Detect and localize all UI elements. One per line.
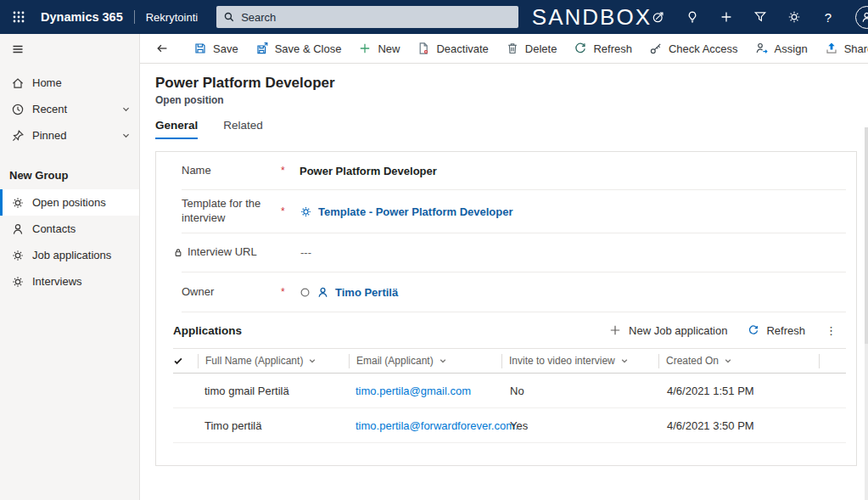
chevron-down-icon	[724, 357, 732, 365]
cell-email-link[interactable]: timo.pertila@gmail.com	[356, 385, 471, 397]
chevron-down-icon	[121, 104, 131, 114]
ideas-button[interactable]	[686, 10, 699, 24]
user-avatar[interactable]	[855, 6, 868, 29]
chevron-down-icon	[620, 357, 629, 365]
brand-dynamics365[interactable]: Dynamics 365	[41, 10, 123, 24]
deactivate-icon	[417, 42, 430, 55]
top-navbar: Dynamics 365 Rekrytointi SANDBOX	[0, 0, 868, 34]
hamburger-icon	[11, 42, 25, 56]
grid-row[interactable]: Timo pertilä timo.pertila@forwardforever…	[156, 408, 856, 442]
global-search[interactable]	[216, 6, 518, 28]
save-and-close-button[interactable]: Save & Close	[248, 34, 350, 63]
status-circle-icon	[300, 287, 311, 298]
assign-button[interactable]: Assign	[748, 34, 815, 63]
new-button[interactable]: New	[350, 34, 407, 63]
subgrid-refresh-button[interactable]: Refresh	[740, 317, 813, 343]
share-icon	[825, 42, 838, 55]
person-icon	[316, 286, 329, 299]
app-name[interactable]: Rekrytointi	[146, 11, 198, 24]
app-launcher-icon[interactable]	[12, 10, 25, 24]
subgrid-title: Applications	[173, 324, 242, 337]
navbar-icon-group: ?	[652, 6, 868, 29]
delete-button[interactable]: Delete	[498, 34, 565, 63]
column-header-full-name[interactable]: Full Name (Applicant)	[198, 354, 349, 368]
refresh-icon	[748, 324, 759, 336]
required-asterisk: *	[281, 165, 300, 177]
settings-button[interactable]	[787, 10, 801, 24]
entity-icon	[11, 249, 25, 262]
search-input[interactable]	[241, 11, 512, 24]
cell-created-on: 4/6/2021 1:51 PM	[658, 385, 820, 397]
tab-related[interactable]: Related	[223, 119, 263, 139]
share-button[interactable]: Share	[817, 34, 868, 63]
cell-email-link[interactable]: timo.pertila@forwardforever.com.	[356, 419, 518, 432]
column-header-created-on[interactable]: Created On	[658, 354, 820, 368]
cell-created-on: 4/6/2021 3:50 PM	[658, 419, 820, 432]
entity-icon	[300, 205, 312, 218]
form-tabs: General Related	[140, 119, 868, 139]
column-header-invite[interactable]: Invite to video interview	[501, 354, 658, 368]
record-entity-type: Open position	[140, 92, 868, 106]
save-button[interactable]: Save	[186, 34, 246, 63]
site-map-sidebar: Home Recent Pinned New Group	[0, 34, 140, 500]
tab-general[interactable]: General	[155, 119, 198, 139]
refresh-icon	[574, 42, 587, 55]
field-label: Owner	[182, 285, 281, 300]
field-row-interview-url: Interview URL ---	[156, 233, 856, 272]
filter-button[interactable]	[753, 10, 767, 24]
back-arrow-icon	[155, 42, 169, 55]
chevron-down-icon	[308, 357, 316, 365]
lightbulb-icon	[686, 10, 699, 24]
environment-badge: SANDBOX	[532, 4, 652, 31]
command-bar: Save Save & Close New Deactivate Delete	[140, 34, 868, 64]
sidebar-group-label: New Group	[0, 149, 139, 189]
refresh-button[interactable]: Refresh	[566, 34, 640, 63]
check-access-button[interactable]: Check Access	[641, 34, 746, 63]
field-row-name: Name * Power Platform Developer	[156, 152, 856, 189]
sitemap-toggle-button[interactable]	[0, 34, 139, 64]
deactivate-button[interactable]: Deactivate	[409, 34, 496, 63]
cell-full-name: Timo pertilä	[198, 419, 349, 432]
launch-button[interactable]	[652, 10, 665, 24]
chevron-down-icon	[439, 357, 447, 365]
select-all-checkbox[interactable]	[173, 356, 198, 366]
required-asterisk: *	[281, 286, 300, 298]
subgrid-header: Applications New Job application Refresh…	[156, 312, 856, 348]
trash-icon	[506, 42, 519, 55]
name-value[interactable]: Power Platform Developer	[300, 165, 437, 177]
sidebar-item-contacts[interactable]: Contacts	[0, 216, 139, 242]
clock-icon	[11, 103, 25, 116]
grid-row[interactable]: timo gmail Pertilä timo.pertila@gmail.co…	[156, 374, 856, 407]
subgrid-actions: New Job application Refresh ⋮	[601, 317, 844, 343]
subgrid-overflow-button[interactable]: ⋮	[818, 317, 844, 343]
scrollbar-track	[865, 127, 868, 500]
plus-icon	[358, 42, 372, 55]
column-header-email[interactable]: Email (Applicant)	[349, 354, 501, 368]
help-button[interactable]: ?	[821, 10, 835, 25]
cell-full-name: timo gmail Pertilä	[198, 385, 349, 397]
back-button[interactable]	[148, 34, 176, 63]
save-icon	[193, 42, 207, 55]
new-job-application-button[interactable]: New Job application	[601, 317, 735, 343]
field-label: Template for the interview	[182, 197, 281, 226]
gear-icon	[787, 10, 801, 24]
person-icon	[11, 222, 25, 236]
interview-url-value: ---	[300, 246, 311, 259]
sidebar-item-recent[interactable]: Recent	[0, 96, 139, 122]
field-label: Interview URL	[188, 245, 283, 260]
main-content: Power Platform Developer Open position G…	[140, 64, 868, 500]
owner-lookup-link[interactable]: Timo Pertilä	[335, 286, 398, 299]
field-row-template: Template for the interview * Template - …	[156, 190, 856, 233]
plus-icon	[608, 323, 622, 337]
plus-icon	[720, 10, 733, 24]
sidebar-item-home[interactable]: Home	[0, 70, 139, 96]
sidebar-item-interviews[interactable]: Interviews	[0, 268, 139, 295]
quick-create-button[interactable]	[720, 10, 733, 24]
sidebar-item-pinned[interactable]: Pinned	[0, 122, 139, 149]
sidebar-item-job-applications[interactable]: Job applications	[0, 242, 139, 268]
sidebar-item-open-positions[interactable]: Open positions	[0, 189, 139, 216]
record-title: Power Platform Developer	[140, 64, 868, 92]
template-lookup-link[interactable]: Template - Power Platform Developer	[318, 205, 513, 218]
scrollbar-thumb[interactable]	[865, 127, 868, 344]
check-icon	[173, 356, 183, 366]
